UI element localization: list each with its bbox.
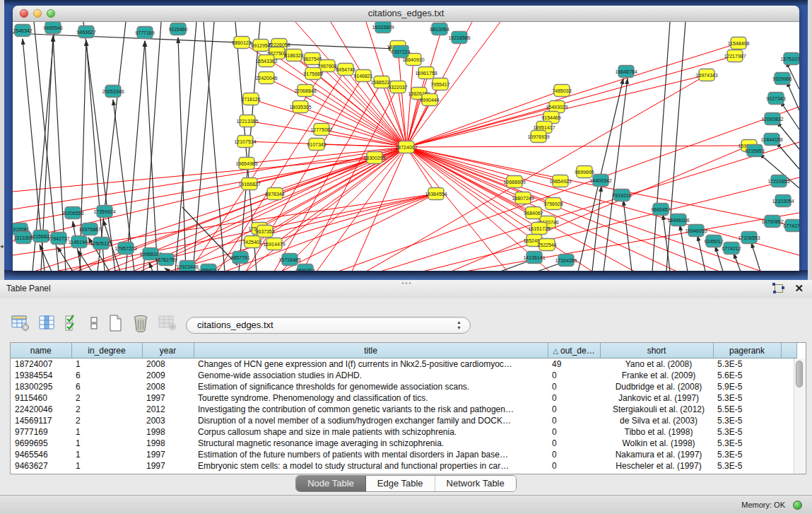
graph-node[interactable]: 19654985 xyxy=(235,158,257,170)
graph-node[interactable]: 2546342 xyxy=(13,25,32,37)
graph-node[interactable]: 16782759 xyxy=(155,254,177,266)
graph-node[interactable]: 10688609 xyxy=(503,176,525,188)
close-panel-icon[interactable]: ✕ xyxy=(794,283,804,293)
table-row[interactable]: 911546021997Tourette syndrome. Phenomeno… xyxy=(11,392,796,404)
graph-node[interactable]: 16543362 xyxy=(255,55,277,67)
graph-node[interactable]: 9692457 xyxy=(651,204,670,216)
column-header-out_de[interactable]: △out_de… xyxy=(548,343,600,358)
graph-node[interactable]: 19654923 xyxy=(549,175,571,187)
column-header-title[interactable]: title xyxy=(194,343,548,358)
memory-ok-indicator[interactable] xyxy=(793,501,802,510)
graph-node[interactable]: 9637352 xyxy=(255,226,274,238)
float-panel-icon[interactable] xyxy=(772,283,784,293)
select-columns-icon[interactable] xyxy=(65,315,81,332)
graph-node[interactable]: 9175685 xyxy=(303,68,322,80)
graph-node[interactable]: 19166827 xyxy=(238,178,260,190)
graph-node[interactable]: 19218586 xyxy=(448,32,470,44)
table-row[interactable]: 946362711997Embryonic stem cells: a mode… xyxy=(11,460,796,472)
graph-node[interactable]: 18724007 xyxy=(395,141,417,153)
graph-node[interactable]: 16914479 xyxy=(263,238,285,250)
panel-collapse-handle[interactable]: ◂ xyxy=(0,241,4,251)
graph-node[interactable]: 12217987 xyxy=(724,50,746,62)
network-window-titlebar[interactable]: citations_edges.txt xyxy=(13,6,799,22)
graph-node[interactable]: 17942737 xyxy=(47,233,69,245)
graph-node[interactable]: 16974343 xyxy=(695,69,717,81)
column-header-year[interactable]: year xyxy=(142,343,194,358)
scrollbar-thumb[interactable] xyxy=(796,361,803,387)
table-vertical-scrollbar[interactable] xyxy=(794,358,805,474)
maximize-window-button[interactable] xyxy=(47,9,55,18)
graph-node[interactable]: 9990444 xyxy=(420,94,439,106)
graph-node[interactable]: 18807249 xyxy=(512,192,534,204)
graph-node[interactable]: 8878344 xyxy=(265,188,284,200)
table-mode-icon[interactable] xyxy=(11,315,30,332)
graph-node[interactable]: 7919216 xyxy=(612,189,631,201)
graph-node[interactable]: 9756928 xyxy=(543,198,563,210)
graph-node[interactable]: 6899304 xyxy=(295,264,314,271)
minimize-window-button[interactable] xyxy=(33,9,42,18)
column-header-pagerank[interactable]: pagerank xyxy=(713,343,781,358)
graph-node[interactable]: 9227343 xyxy=(766,93,785,105)
table-row[interactable]: 946554611997Estimation of the future num… xyxy=(11,449,796,460)
graph-node[interactable]: 7955417 xyxy=(430,78,449,90)
citation-network-graph[interactable]: 1872400718300295886012389129542222605898… xyxy=(13,22,799,271)
graph-node[interactable]: 8813054 xyxy=(430,23,449,35)
table-row[interactable]: 1830029562008Estimation of significance … xyxy=(11,381,796,392)
graph-node[interactable]: 17957223 xyxy=(114,243,136,255)
graph-node[interactable]: 12213385 xyxy=(236,115,258,127)
graph-node[interactable]: 6774278 xyxy=(783,220,799,232)
graph-node[interactable]: 12093832 xyxy=(761,113,783,125)
graph-node[interactable]: 16648784 xyxy=(615,66,637,78)
network-canvas[interactable]: 1872400718300295886012389129542222605898… xyxy=(13,22,799,271)
graph-node[interactable]: 14136141 xyxy=(523,252,545,264)
graph-node[interactable]: 2718126 xyxy=(241,93,260,105)
tab-node-table[interactable]: Node Table xyxy=(296,476,366,491)
graph-node[interactable]: 17334266 xyxy=(555,255,577,267)
graph-node[interactable]: 12775087 xyxy=(310,124,332,136)
graph-node[interactable]: 9215953 xyxy=(745,145,764,157)
graph-node[interactable]: 22420046 xyxy=(255,72,277,84)
graph-node[interactable]: 14569117 xyxy=(198,264,220,271)
graph-node[interactable]: 7485033 xyxy=(552,85,571,97)
graph-node[interactable]: 18300295 xyxy=(363,152,385,164)
new-column-icon[interactable] xyxy=(107,314,123,332)
delete-columns-icon[interactable] xyxy=(132,314,149,332)
column-header-short[interactable]: short xyxy=(600,343,713,358)
column-header-name[interactable]: name xyxy=(11,343,71,358)
delete-table-icon[interactable] xyxy=(158,315,177,332)
panel-resize-grip[interactable] xyxy=(401,281,411,285)
graph-node[interactable]: 9107343 xyxy=(307,139,326,151)
graph-node[interactable]: 19384554 xyxy=(425,188,447,200)
graph-node[interactable]: 10790862 xyxy=(761,216,783,228)
graph-node[interactable]: 16961758 xyxy=(415,67,437,79)
graph-node[interactable]: 9857791 xyxy=(230,252,249,264)
graph-node[interactable]: 7425402 xyxy=(242,236,261,248)
table-row[interactable]: 1456911722003Disruption of a novel membe… xyxy=(11,415,796,426)
graph-node[interactable]: 12103054 xyxy=(772,195,794,207)
table-panel-header[interactable]: Table Panel ✕ xyxy=(0,280,812,299)
graph-node[interactable]: 17106553 xyxy=(738,232,760,244)
graph-node[interactable]: 19375887 xyxy=(78,223,100,235)
tab-edge-table[interactable]: Edge Table xyxy=(366,476,435,491)
graph-node[interactable]: 12444158 xyxy=(760,134,782,146)
graph-node[interactable]: 9777169 xyxy=(135,27,154,39)
graph-node[interactable]: 16151728 xyxy=(528,223,550,235)
show-columns-icon[interactable] xyxy=(39,315,56,332)
graph-node[interactable]: 16946055 xyxy=(685,225,707,237)
graph-node[interactable]: 12923448 xyxy=(176,261,198,271)
graph-node[interactable]: 18035305 xyxy=(289,101,311,113)
table-row[interactable]: 2242004622012Investigating the contribut… xyxy=(11,404,796,415)
graph-node[interactable]: 2522544 xyxy=(537,239,556,251)
graph-node[interactable]: 22068848 xyxy=(294,85,316,97)
graph-node[interactable]: 7357224 xyxy=(391,46,410,58)
graph-node[interactable]: 20053346 xyxy=(102,86,124,98)
graph-node[interactable]: 9322037 xyxy=(388,81,407,93)
graph-node[interactable]: 9463627 xyxy=(76,26,95,38)
graph-node[interactable]: 8186328 xyxy=(284,49,303,62)
close-window-button[interactable] xyxy=(20,9,28,18)
graph-node[interactable]: 15751074 xyxy=(780,53,799,65)
table-row[interactable]: 977716911998Corpus callosum shape and si… xyxy=(11,426,796,438)
tab-network-table[interactable]: Network Table xyxy=(435,476,516,491)
graph-node[interactable]: 16033809 xyxy=(372,22,394,33)
graph-node[interactable]: 17359924 xyxy=(93,206,115,218)
